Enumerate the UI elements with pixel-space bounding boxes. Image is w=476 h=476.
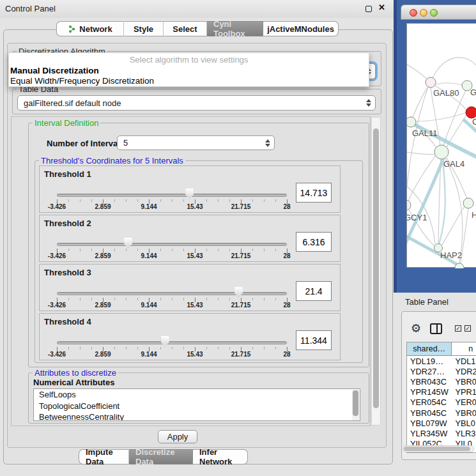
gear-icon[interactable]: ⚙: [411, 321, 421, 335]
slider-tick: [275, 199, 276, 202]
network-canvas[interactable]: GAL80GALCGAL11GAL4GCY1HHAP2: [406, 23, 476, 268]
threshold-value-field[interactable]: 14.713: [296, 183, 332, 203]
slider-tick-label: -3.426: [48, 351, 66, 358]
scrollbar-thumb[interactable]: [404, 447, 470, 451]
tab-label: Select: [173, 24, 197, 34]
threshold-value-field[interactable]: 6.316: [296, 232, 332, 252]
tab-style[interactable]: Style: [124, 21, 164, 36]
threshold-slider-track[interactable]: [57, 243, 287, 246]
dropdown-option-manual[interactable]: Manual Discretization: [10, 66, 99, 75]
threshold-slider-thumb[interactable]: [161, 336, 169, 347]
table-cell: YBR0: [452, 377, 476, 387]
tab-cyni-toolbox[interactable]: Cyni Toolbox: [207, 21, 263, 36]
threshold-slider-track[interactable]: [57, 341, 287, 344]
tab-infer-network[interactable]: Infer Network: [193, 449, 248, 464]
network-node-GCY1[interactable]: [407, 200, 411, 210]
slider-tick: [172, 298, 173, 300]
network-node-GAL4[interactable]: [434, 145, 449, 159]
tab-jactivemnodules[interactable]: jActiveMNodules: [263, 21, 339, 36]
attributes-group-title: Attributes to discretize: [33, 368, 118, 378]
split-columns-icon[interactable]: [430, 323, 442, 334]
slider-tick: [80, 249, 81, 251]
number-of-intervals-label: Number of Intervals: [47, 139, 125, 148]
attribute-list-item[interactable]: SelfLoops: [34, 389, 360, 401]
table-row[interactable]: YDL19…YDL1: [407, 356, 476, 366]
threshold-slider-track[interactable]: [57, 194, 287, 197]
table-panel-title: Table Panel: [405, 297, 449, 307]
threshold-label: Threshold 3: [44, 268, 91, 277]
threshold-slider-thumb[interactable]: [124, 238, 132, 249]
dropdown-option-equal-width[interactable]: Equal Width/Frequency Discretization: [10, 76, 154, 86]
slider-tick: [218, 298, 219, 300]
slider-tick: [114, 347, 115, 349]
interval-definition-title: Interval Definition: [33, 118, 100, 128]
slider-tick: [126, 249, 127, 251]
tab-select[interactable]: Select: [164, 21, 207, 36]
threshold-value-field[interactable]: 21.4: [296, 281, 332, 301]
threshold-slider-thumb[interactable]: [234, 287, 243, 298]
table-cell: YDL19…: [407, 357, 452, 366]
tab-impute-data[interactable]: Impute Data: [79, 449, 129, 464]
slider-tick: [218, 199, 219, 202]
screen: Control Panel ✕ NetworkStyleSelectCyni T…: [0, 0, 476, 476]
slider-tick: [160, 249, 161, 251]
table-row[interactable]: YLR345WYLR3: [407, 428, 476, 438]
table-horizontal-scrollbar[interactable]: [403, 445, 474, 452]
checkbox-icon[interactable]: ✓: [455, 325, 461, 332]
table-cell: YDL1: [452, 357, 476, 366]
slider-tick: [80, 347, 81, 349]
network-node-GAL11[interactable]: [407, 117, 416, 127]
checkbox-icon[interactable]: ✓: [464, 325, 471, 332]
close-icon[interactable]: ✕: [378, 3, 385, 12]
settings-vertical-scrollbar[interactable]: [371, 117, 381, 426]
network-node-label: HAP2: [440, 250, 462, 260]
slider-tick-label: 28: [283, 302, 290, 309]
slider-tick: [183, 347, 184, 349]
threshold-slider-thumb[interactable]: [185, 188, 194, 199]
float-window-icon[interactable]: [365, 6, 372, 12]
close-light[interactable]: [410, 9, 417, 17]
table-row[interactable]: YER054CYER0: [407, 397, 476, 408]
slider-tick-label: -3.426: [48, 203, 66, 210]
threshold-slider-track[interactable]: [57, 292, 287, 295]
tab-label: Network: [79, 24, 112, 34]
table-data-select[interactable]: galFiltered.sif default node: [17, 95, 376, 111]
numerical-attributes-list[interactable]: SelfLoopsTopologicalCoefficientBetweenne…: [33, 388, 360, 421]
table-row[interactable]: YBR045CYBR0: [407, 408, 476, 418]
slider-tick-label: 21.715: [231, 302, 251, 309]
attributes-scrollbar[interactable]: [352, 390, 359, 420]
apply-button[interactable]: Apply: [158, 430, 197, 443]
node-attribute-table[interactable]: shared…n YDL19…YDL1YDR27…YDR2YBR043CYBR0…: [406, 342, 476, 453]
slider-tick-label: 28: [283, 252, 290, 259]
threshold-panel-2: Threshold 2-3.4262.8599.14415.4321.71528…: [39, 215, 341, 262]
network-window-titlebar[interactable]: [401, 4, 476, 20]
table-cell: YLR345W: [407, 429, 452, 438]
slider-tick-label: 15.43: [187, 252, 203, 259]
tab-network[interactable]: Network: [56, 21, 124, 36]
network-node-GAL80[interactable]: [426, 77, 436, 88]
zoom-light[interactable]: [430, 9, 438, 17]
scrollbar-thumb[interactable]: [373, 128, 379, 408]
scrollbar-thumb[interactable]: [353, 390, 358, 416]
slider-tick: [218, 249, 219, 251]
network-node-H[interactable]: [463, 198, 473, 208]
number-of-intervals-select[interactable]: 5: [117, 135, 275, 150]
tab-discretize-data[interactable]: Discretize Data: [129, 449, 193, 464]
table-column-header[interactable]: shared…: [407, 342, 452, 355]
table-row[interactable]: YPR145WYPR1: [407, 387, 476, 397]
slider-tick: [218, 347, 219, 349]
slider-tick: [160, 199, 161, 202]
table-row[interactable]: YDR27…YDR2: [407, 366, 476, 376]
table-column-header[interactable]: n: [452, 342, 476, 355]
slider-tick: [183, 249, 184, 251]
threshold-value-field[interactable]: 11.344: [296, 330, 332, 350]
slider-tick: [206, 249, 207, 251]
attribute-list-item[interactable]: BetweennessCentrality: [34, 411, 360, 421]
slider-tick-label: 28: [283, 351, 290, 358]
table-row[interactable]: YBR043CYBR0: [407, 376, 476, 387]
minimize-light[interactable]: [420, 9, 427, 17]
slider-tick: [91, 347, 92, 349]
attribute-list-item[interactable]: TopologicalCoefficient: [34, 401, 360, 412]
numerical-attributes-heading: Numerical Attributes: [33, 378, 114, 387]
table-row[interactable]: YBL079WYBL0: [407, 418, 476, 428]
